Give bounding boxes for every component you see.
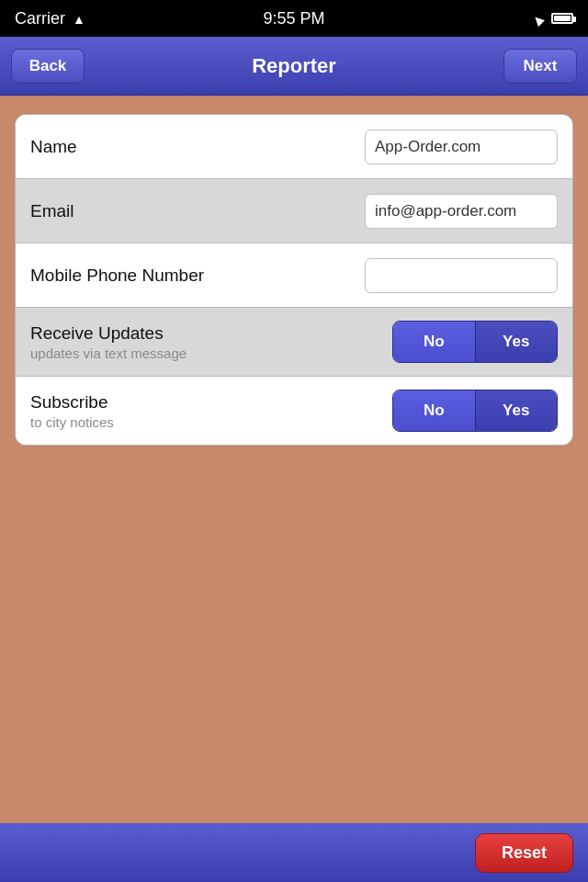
name-input[interactable] — [365, 130, 558, 164]
email-input[interactable] — [365, 194, 558, 229]
name-label-group: Name — [30, 137, 365, 157]
updates-sublabel: updates via text message — [30, 345, 392, 361]
updates-label: Receive Updates — [30, 323, 392, 344]
next-button[interactable]: Next — [503, 49, 577, 84]
back-button[interactable]: Back — [11, 49, 85, 84]
nav-title: Reporter — [252, 54, 336, 78]
phone-row: Mobile Phone Number — [16, 243, 572, 308]
subscribe-row: Subscribe to city notices No Yes — [16, 377, 572, 445]
status-right — [535, 9, 573, 28]
location-icon — [535, 9, 544, 28]
updates-label-group: Receive Updates updates via text message — [30, 323, 392, 361]
email-label: Email — [30, 201, 365, 221]
subscribe-no-button[interactable]: No — [393, 390, 475, 431]
updates-no-button[interactable]: No — [393, 322, 475, 362]
status-bar: Carrier 9:55 PM — [0, 0, 588, 37]
status-left: Carrier — [15, 9, 85, 28]
updates-yes-button[interactable]: Yes — [475, 322, 558, 362]
email-row: Email — [16, 179, 572, 243]
phone-label-group: Mobile Phone Number — [30, 266, 365, 286]
name-row: Name — [16, 115, 572, 179]
status-time: 9:55 PM — [263, 9, 324, 28]
battery-icon — [551, 13, 573, 24]
email-label-group: Email — [30, 201, 365, 221]
subscribe-yes-button[interactable]: Yes — [475, 390, 558, 431]
nav-bar: Back Reporter Next — [0, 37, 588, 96]
name-label: Name — [30, 137, 365, 157]
form-card: Name Email Mobile Phone Number Receive U… — [15, 114, 573, 446]
phone-label: Mobile Phone Number — [30, 266, 365, 286]
subscribe-label-group: Subscribe to city notices — [30, 392, 392, 430]
bottom-bar: Reset — [0, 823, 588, 882]
wifi-icon — [73, 9, 85, 28]
subscribe-sublabel: to city notices — [30, 414, 392, 430]
main-content: Name Email Mobile Phone Number Receive U… — [0, 96, 588, 823]
updates-toggle-group: No Yes — [392, 321, 558, 363]
subscribe-toggle-group: No Yes — [392, 390, 558, 432]
phone-input[interactable] — [365, 258, 558, 293]
subscribe-label: Subscribe — [30, 392, 392, 413]
carrier-label: Carrier — [15, 9, 65, 28]
updates-row: Receive Updates updates via text message… — [16, 308, 572, 377]
reset-button[interactable]: Reset — [475, 833, 573, 873]
